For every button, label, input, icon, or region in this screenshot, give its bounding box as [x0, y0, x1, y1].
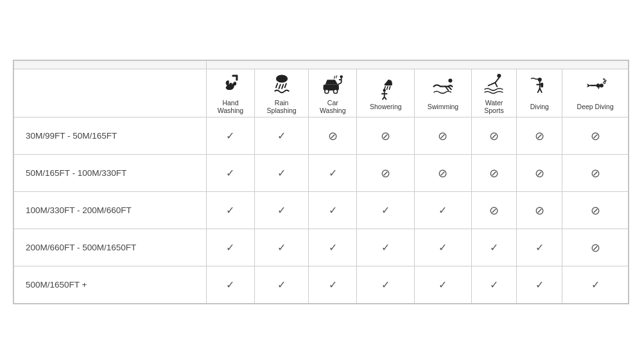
row-label: 50M/165FT - 100M/330FT: [14, 155, 207, 192]
row-cell: ⊘: [562, 117, 629, 155]
row-cell: ⊘: [517, 192, 562, 229]
no-mark: ⊘: [591, 167, 600, 180]
check-mark: ✓: [277, 279, 286, 290]
svg-point-10: [334, 89, 338, 93]
row-cell: ⊘: [357, 117, 415, 155]
svg-point-41: [605, 80, 606, 81]
row-cell: ✓: [562, 266, 629, 304]
row-cell: ✓: [357, 229, 415, 266]
svg-line-34: [540, 89, 542, 92]
row-cell: ✓: [415, 229, 471, 266]
car-washing-icon: [320, 72, 345, 96]
row-cell: ✓: [517, 266, 562, 304]
no-mark: ⊘: [328, 130, 338, 143]
water-sports-icon: [482, 72, 506, 96]
check-mark: ✓: [490, 279, 498, 290]
svg-rect-17: [385, 83, 392, 85]
check-mark: ✓: [226, 168, 234, 178]
check-mark: ✓: [329, 279, 337, 290]
no-mark: ⊘: [438, 130, 447, 143]
col-hand-washing-label: HandWashing: [218, 99, 243, 114]
row-cell: ✓: [309, 229, 357, 266]
row-cell: ✓: [357, 192, 415, 229]
svg-line-19: [386, 87, 388, 90]
no-mark: ⊘: [438, 167, 447, 180]
showering-icon: [374, 76, 398, 100]
svg-point-3: [276, 75, 288, 83]
svg-line-28: [448, 87, 451, 90]
check-mark: ✓: [438, 279, 447, 290]
swimming-icon: [431, 76, 455, 100]
col-swimming-label: Swimming: [428, 103, 458, 110]
table-row: 100M/330FT - 200M/660FT✓✓✓✓✓⊘⊘⊘: [14, 192, 629, 229]
svg-point-42: [603, 79, 605, 80]
row-cell: ⊘: [471, 155, 517, 192]
header-row: [14, 61, 629, 69]
deep-diving-icon: [583, 76, 607, 100]
row-cell: ✓: [254, 229, 308, 266]
svg-rect-1: [236, 75, 238, 81]
table-row: 30M/99FT - 50M/165FT✓✓⊘⊘⊘⊘⊘⊘: [14, 117, 629, 155]
row-cell: ⊘: [415, 155, 471, 192]
check-mark: ✓: [226, 279, 234, 290]
col-deep-diving-label: Deep Diving: [577, 103, 614, 110]
svg-line-13: [338, 83, 342, 85]
svg-line-20: [389, 87, 390, 90]
check-mark: ✓: [226, 242, 234, 253]
table-row: 200M/660FT - 500M/1650FT✓✓✓✓✓✓✓⊘: [14, 229, 629, 266]
col-rain-splashing: RainSplashing: [254, 69, 308, 117]
svg-line-4: [276, 83, 277, 87]
row-cell: ⊘: [471, 117, 517, 155]
check-mark: ✓: [438, 242, 447, 253]
check-mark: ✓: [329, 205, 337, 216]
svg-point-11: [340, 75, 343, 78]
col-showering: Showering: [357, 69, 415, 117]
row-cell: ✓: [309, 155, 357, 192]
col-rain-splashing-label: RainSplashing: [267, 99, 297, 114]
no-mark: ⊘: [535, 130, 544, 143]
table-row: 50M/165FT - 100M/330FT✓✓✓⊘⊘⊘⊘⊘: [14, 155, 629, 192]
svg-line-16: [336, 75, 338, 78]
no-mark: ⊘: [591, 130, 600, 143]
svg-point-21: [383, 89, 386, 92]
check-mark: ✓: [277, 168, 286, 178]
icon-header-row: HandWashing RainSplashing: [14, 69, 629, 117]
row-label: 500M/1650FT +: [14, 266, 207, 304]
no-mark: ⊘: [489, 204, 499, 217]
rain-splashing-icon: [270, 72, 294, 96]
row-cell: ✓: [415, 192, 471, 229]
row-label: 100M/330FT - 200M/660FT: [14, 192, 207, 229]
row-cell: ✓: [207, 117, 255, 155]
row-cell: ⊘: [309, 117, 357, 155]
row-cell: ✓: [357, 266, 415, 304]
check-mark: ✓: [381, 242, 390, 253]
row-cell: ✓: [207, 266, 255, 304]
check-mark: ✓: [591, 279, 600, 290]
row-cell: ⊘: [517, 117, 562, 155]
row-cell: ⊘: [562, 229, 629, 266]
hand-washing-icon: [218, 72, 243, 96]
row-cell: ✓: [207, 229, 255, 266]
no-mark: ⊘: [591, 204, 600, 217]
row-cell: ✓: [207, 155, 255, 192]
check-mark: ✓: [226, 205, 234, 216]
col-water-sports: WaterSports: [471, 69, 517, 117]
check-mark: ✓: [535, 279, 544, 290]
check-mark: ✓: [277, 242, 286, 253]
row-cell: ✓: [309, 266, 357, 304]
no-mark: ⊘: [591, 241, 600, 254]
row-label: 30M/99FT - 50M/165FT: [14, 117, 207, 155]
check-mark: ✓: [490, 242, 498, 253]
no-mark: ⊘: [489, 130, 499, 143]
col-hand-washing: HandWashing: [207, 69, 255, 117]
waterproof-table: HandWashing RainSplashing: [13, 60, 629, 304]
check-mark: ✓: [226, 130, 234, 141]
no-mark: ⊘: [489, 167, 499, 180]
svg-line-15: [334, 76, 336, 79]
check-mark: ✓: [277, 205, 286, 216]
row-label: 200M/660FT - 500M/1650FT: [14, 229, 207, 266]
svg-line-5: [279, 85, 280, 89]
svg-point-26: [448, 79, 452, 83]
svg-line-25: [385, 97, 386, 100]
col-car-washing-label: CarWashing: [320, 99, 345, 114]
